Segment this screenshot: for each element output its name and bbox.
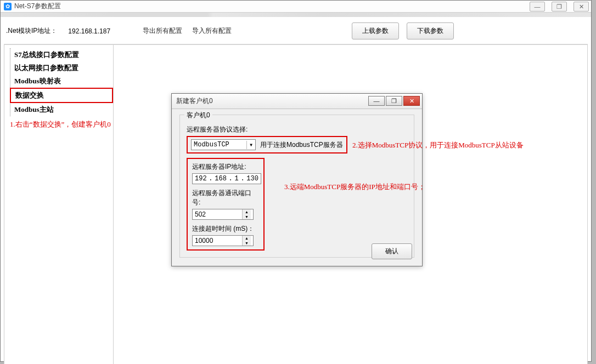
protocol-label: 远程服务器协议选择: [187, 125, 407, 134]
remote-port-input[interactable]: ▲▼ [192, 209, 254, 220]
remote-ip-label: 远程服务器IP地址: [192, 162, 259, 172]
dialog-titlebar: 新建客户机0 — ❐ ✕ [172, 94, 422, 109]
dialog-close-button[interactable]: ✕ [403, 96, 420, 106]
nav-modbus-map[interactable]: Modbus映射表 [10, 75, 113, 88]
dialog-maximize-button[interactable]: ❐ [386, 96, 402, 106]
top-section: .Net模块IP地址： 192.168.1.187 导出所有配置 导入所有配置 … [1, 17, 591, 44]
annotation-2: 2.选择ModbusTCP协议，用于连接ModbusTCP从站设备 [352, 140, 524, 150]
close-button[interactable]: ✕ [573, 2, 589, 12]
import-config-link[interactable]: 导入所有配置 [192, 26, 232, 36]
annotation-1: 1.右击“数据交换”，创建客户机0 [10, 120, 113, 129]
remote-port-value[interactable] [193, 209, 242, 219]
window-title: Net-S7参数配置 [14, 2, 61, 11]
dialog-title: 新建客户机0 [176, 96, 213, 106]
protocol-select[interactable]: ModbusTCP ▾ [191, 139, 256, 150]
nav-data-exchange[interactable]: 数据交换 [10, 88, 113, 103]
upload-params-button[interactable]: 上载参数 [352, 22, 399, 39]
nav-s7-bus[interactable]: S7总线接口参数配置 [10, 48, 113, 61]
protocol-highlight: ModbusTCP ▾ 用于连接ModbusTCP服务器 [187, 136, 347, 153]
ip-port-highlight: 远程服务器IP地址: 192. 168. 1. 130 远程服务器通讯端口号: … [187, 158, 265, 251]
blurred-toolbar [1, 13, 591, 17]
spin-down-icon[interactable]: ▼ [243, 241, 251, 246]
timeout-input[interactable]: ▲▼ [192, 235, 254, 246]
annotation-3: 3.远端ModbusTCP服务器的IP地址和端口号； [284, 182, 425, 192]
dialog-minimize-button[interactable]: — [368, 96, 385, 106]
chevron-down-icon[interactable]: ▾ [246, 141, 255, 149]
nav-ethernet[interactable]: 以太网接口参数配置 [10, 61, 113, 75]
nav-tree: S7总线接口参数配置 以太网接口参数配置 Modbus映射表 数据交换 Modb… [10, 48, 113, 116]
maximize-button[interactable]: ❐ [552, 2, 567, 12]
spin-up-icon[interactable]: ▲ [243, 209, 251, 214]
module-ip-label: .Net模块IP地址： [6, 26, 57, 36]
spin-down-icon[interactable]: ▼ [243, 214, 251, 219]
ok-button[interactable]: 确认 [372, 243, 412, 259]
protocol-value: ModbusTCP [192, 141, 246, 149]
protocol-hint: 用于连接ModbusTCP服务器 [260, 140, 343, 150]
app-icon: ✿ [4, 3, 12, 10]
titlebar: ✿ Net-S7参数配置 — ❐ ✕ [1, 1, 591, 13]
remote-port-label: 远程服务器通讯端口号: [192, 189, 259, 207]
remote-ip-input[interactable]: 192. 168. 1. 130 [192, 173, 261, 184]
sidebar: S7总线接口参数配置 以太网接口参数配置 Modbus映射表 数据交换 Modb… [4, 44, 114, 364]
module-ip-value[interactable]: 192.168.1.187 [66, 26, 126, 36]
window-controls: — ❐ ✕ [530, 2, 589, 12]
fieldset-legend: 客户机0 [184, 111, 212, 120]
export-config-link[interactable]: 导出所有配置 [143, 26, 182, 36]
new-client-dialog: 新建客户机0 — ❐ ✕ 客户机0 远程服务器协议选择: ModbusTCP ▾… [171, 93, 423, 266]
timeout-value[interactable] [193, 236, 242, 246]
minimize-button[interactable]: — [530, 2, 545, 12]
timeout-label: 连接超时时间 (mS)： [192, 224, 259, 234]
nav-modbus-master[interactable]: Modbus主站 [10, 103, 113, 116]
spin-up-icon[interactable]: ▲ [243, 236, 251, 241]
download-params-button[interactable]: 下载参数 [407, 22, 454, 39]
